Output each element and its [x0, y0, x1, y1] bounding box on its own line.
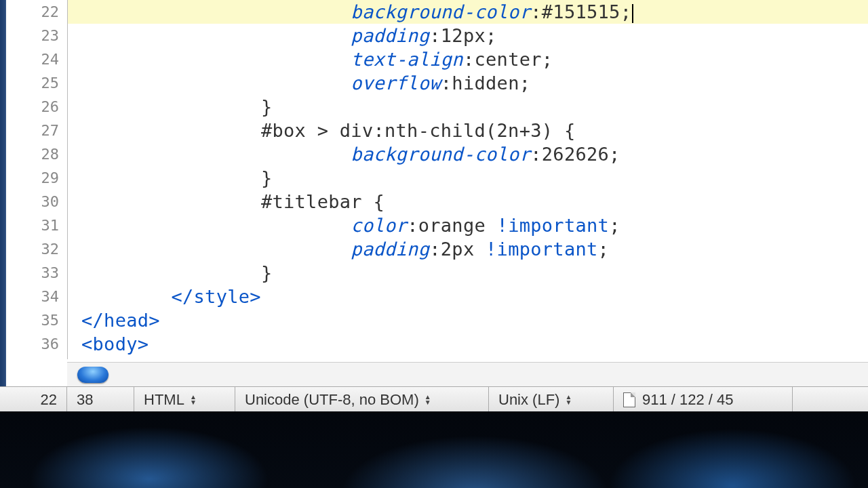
- text-cursor: [632, 4, 633, 23]
- code-line[interactable]: </head>: [68, 308, 868, 332]
- line-number: 24: [6, 47, 67, 71]
- document-icon: [623, 392, 635, 407]
- code-line[interactable]: overflow:hidden;: [68, 71, 868, 95]
- line-number: 29: [6, 166, 67, 190]
- code-line[interactable]: padding:12px;: [68, 24, 868, 47]
- line-number: 27: [6, 119, 67, 142]
- status-language-select[interactable]: HTML ▲▼: [134, 387, 235, 412]
- status-document-stats[interactable]: 911 / 122 / 45: [614, 387, 793, 412]
- status-line-endings-select[interactable]: Unix (LF) ▲▼: [489, 387, 614, 412]
- line-number: 33: [6, 261, 67, 285]
- status-line-value: 22: [41, 391, 57, 409]
- status-column-number[interactable]: 38: [67, 387, 134, 412]
- code-line[interactable]: }: [68, 261, 868, 285]
- window-left-border: [0, 0, 6, 411]
- code-line[interactable]: color:orange !important;: [68, 214, 868, 237]
- status-language-value: HTML: [144, 391, 184, 409]
- editor-region: 222324252627282930313233343536 backgroun…: [0, 0, 868, 411]
- status-stats-value: 911 / 122 / 45: [642, 391, 734, 409]
- status-encoding-value: Unicode (UTF-8, no BOM): [245, 391, 419, 409]
- code-line[interactable]: </style>: [68, 285, 868, 308]
- code-line[interactable]: }: [68, 95, 868, 119]
- desktop-background: [0, 411, 868, 488]
- status-bar: 22 38 HTML ▲▼ Unicode (UTF-8, no BOM) ▲▼…: [0, 386, 868, 413]
- line-number: 34: [6, 285, 67, 308]
- code-line[interactable]: background-color:262626;: [68, 142, 868, 166]
- stepper-arrows-icon: ▲▼: [425, 394, 431, 405]
- code-line[interactable]: #box > div:nth-child(2n+3) {: [68, 119, 868, 142]
- stepper-arrows-icon: ▲▼: [565, 394, 572, 405]
- code-line[interactable]: }: [68, 166, 868, 190]
- line-number-gutter[interactable]: 222324252627282930313233343536: [6, 0, 68, 359]
- code-area[interactable]: background-color:#151515; padding:12px; …: [68, 0, 868, 359]
- horizontal-scrollbar-thumb[interactable]: [77, 367, 108, 383]
- stepper-arrows-icon: ▲▼: [190, 394, 197, 405]
- status-line-endings-value: Unix (LF): [498, 391, 559, 409]
- line-number: 35: [6, 308, 67, 332]
- status-spacer: [793, 387, 868, 412]
- line-number: 31: [6, 214, 67, 237]
- line-number: 36: [6, 332, 67, 356]
- line-number: 22: [6, 0, 67, 24]
- code-line[interactable]: <body>: [68, 332, 868, 356]
- line-number: 28: [6, 142, 67, 166]
- status-line-number[interactable]: 22: [0, 387, 67, 412]
- code-line[interactable]: text-align:center;: [68, 47, 868, 71]
- line-number: 23: [6, 24, 67, 47]
- horizontal-scrollbar-track[interactable]: [67, 362, 868, 388]
- status-encoding-select[interactable]: Unicode (UTF-8, no BOM) ▲▼: [235, 387, 489, 412]
- line-number: 30: [6, 190, 67, 214]
- line-number: 25: [6, 71, 67, 95]
- code-line[interactable]: padding:2px !important;: [68, 237, 868, 261]
- code-line[interactable]: background-color:#151515;: [68, 0, 868, 24]
- status-column-value: 38: [77, 391, 93, 409]
- line-number: 32: [6, 237, 67, 261]
- line-number: 26: [6, 95, 67, 119]
- code-line[interactable]: #titlebar {: [68, 190, 868, 214]
